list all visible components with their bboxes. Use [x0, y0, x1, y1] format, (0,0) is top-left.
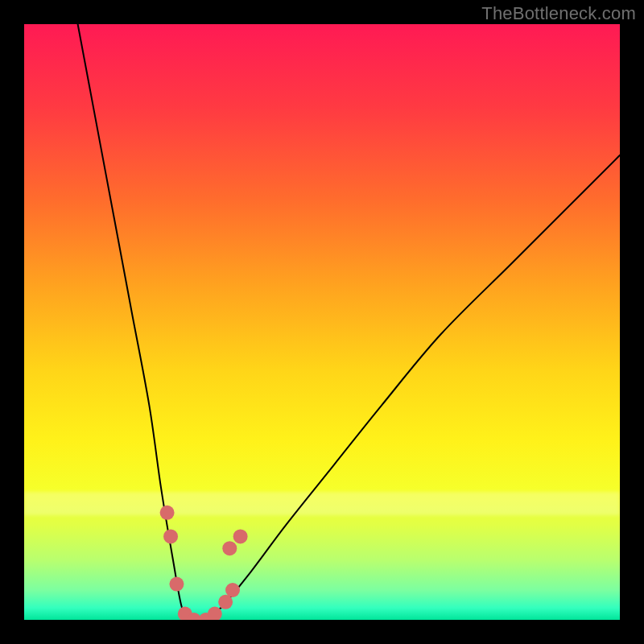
bottleneck-curve: [78, 24, 620, 620]
plot-area: [24, 24, 620, 620]
watermark-text: TheBottleneck.com: [481, 3, 636, 24]
data-marker: [160, 506, 175, 520]
data-marker: [233, 529, 248, 543]
curve-svg: [24, 24, 620, 620]
data-marker: [225, 583, 240, 597]
data-marker: [169, 577, 184, 592]
data-marker: [222, 541, 237, 555]
chart-frame: TheBottleneck.com: [0, 0, 644, 644]
data-marker: [163, 529, 178, 543]
